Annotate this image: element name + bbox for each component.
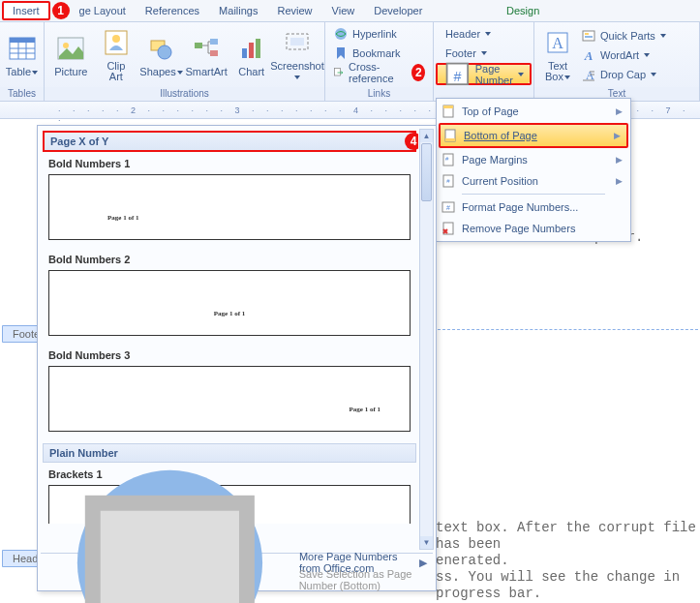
svg-rect-15 bbox=[242, 48, 247, 58]
svg-rect-21 bbox=[335, 68, 341, 75]
svg-rect-31 bbox=[585, 33, 589, 35]
svg-point-9 bbox=[112, 35, 120, 43]
remove-page-numbers-icon bbox=[441, 221, 456, 236]
page-number-menu: Top of Page▶ 3 Bottom of Page▶ #Page Mar… bbox=[436, 98, 631, 242]
gallery-scrollbar[interactable]: ▲ ▼ bbox=[419, 129, 434, 550]
svg-rect-51 bbox=[93, 502, 247, 603]
ribbon: Table Tables Picture Clip Art Shapes Sma… bbox=[0, 22, 700, 102]
screenshot-label: Screenshot bbox=[270, 61, 324, 82]
svg-point-20 bbox=[335, 28, 347, 40]
top-of-page-icon bbox=[441, 104, 456, 119]
chart-button[interactable]: Chart bbox=[228, 26, 274, 84]
current-position-icon: # bbox=[441, 173, 456, 189]
step-4-badge: 4 bbox=[405, 133, 418, 150]
tab-mailings[interactable]: Mailings bbox=[209, 2, 267, 19]
format-page-numbers-icon: # bbox=[441, 199, 456, 215]
gallery-item-bold-2-label: Bold Numbers 2 bbox=[41, 252, 418, 267]
svg-rect-39 bbox=[443, 106, 453, 108]
step-2-badge: 2 bbox=[411, 64, 425, 81]
page-margins-icon: # bbox=[441, 152, 456, 167]
tab-developer[interactable]: Developer bbox=[364, 2, 432, 19]
cross-reference-icon bbox=[333, 65, 345, 80]
menu-current-position[interactable]: #Current Position▶ bbox=[439, 170, 628, 192]
svg-rect-16 bbox=[249, 43, 254, 58]
page-number-icon: # bbox=[443, 60, 472, 88]
hyperlink-button[interactable]: Hyperlink bbox=[329, 24, 401, 43]
menu-page-margins[interactable]: #Page Margins▶ bbox=[439, 149, 628, 170]
hyperlink-icon bbox=[333, 26, 349, 42]
header-button[interactable]: Header bbox=[436, 24, 497, 43]
picture-button[interactable]: Picture bbox=[48, 26, 94, 84]
ribbon-tabs: Insert 1 ge Layout References Mailings R… bbox=[0, 0, 700, 22]
save-selection: Save Selection as Page Number (Bottom) bbox=[41, 571, 433, 588]
smartart-button[interactable]: SmartArt bbox=[184, 26, 229, 84]
tab-view[interactable]: View bbox=[322, 2, 365, 19]
dropcap-button[interactable]: ADrop Cap bbox=[577, 65, 670, 83]
tab-references[interactable]: References bbox=[136, 2, 209, 19]
table-icon bbox=[7, 33, 38, 64]
shapes-icon bbox=[145, 33, 176, 64]
gallery-item-bold-1[interactable]: Page 1 of 1 bbox=[48, 174, 411, 240]
chart-label: Chart bbox=[238, 67, 264, 77]
menu-bottom-of-page[interactable]: Bottom of Page▶ bbox=[441, 125, 626, 146]
dropcap-icon: A bbox=[581, 67, 596, 82]
clipart-icon bbox=[101, 27, 132, 58]
svg-rect-19 bbox=[290, 38, 304, 45]
illustrations-group-label: Illustrations bbox=[45, 87, 324, 101]
picture-label: Picture bbox=[54, 67, 87, 77]
links-group-label: Links bbox=[325, 87, 433, 101]
scrollbar-thumb[interactable] bbox=[421, 143, 432, 201]
svg-text:A: A bbox=[584, 48, 593, 63]
menu-remove-page-numbers[interactable]: Remove Page Numbers bbox=[439, 218, 628, 239]
bottom-of-page-icon bbox=[442, 128, 458, 143]
bookmark-button[interactable]: Bookmark bbox=[329, 44, 405, 62]
gallery-item-bold-2[interactable]: Page 1 of 1 bbox=[48, 270, 411, 336]
gallery-item-bold-3-label: Bold Numbers 3 bbox=[41, 347, 418, 363]
menu-format-page-numbers[interactable]: #Format Page Numbers... bbox=[439, 196, 628, 218]
page-number-button[interactable]: #Page Number bbox=[438, 65, 530, 83]
quickparts-button[interactable]: Quick Parts bbox=[577, 26, 670, 45]
tables-group-label: Tables bbox=[0, 87, 44, 101]
picture-icon bbox=[55, 33, 86, 64]
menu-top-of-page[interactable]: Top of Page▶ bbox=[439, 101, 628, 122]
tab-review[interactable]: Review bbox=[267, 2, 321, 19]
svg-point-7 bbox=[63, 43, 69, 48]
tab-insert[interactable]: Insert bbox=[2, 1, 50, 20]
screenshot-button[interactable]: Screenshot bbox=[274, 26, 320, 84]
smartart-icon bbox=[191, 33, 222, 64]
wordart-icon: A bbox=[581, 47, 596, 63]
svg-rect-1 bbox=[10, 38, 35, 43]
wordart-button[interactable]: AWordArt bbox=[577, 45, 670, 64]
svg-text:#: # bbox=[446, 204, 450, 211]
screenshot-icon bbox=[282, 27, 313, 58]
clipart-button[interactable]: Clip Art bbox=[94, 26, 139, 84]
svg-text:#: # bbox=[453, 69, 461, 84]
tab-page-layout[interactable]: ge Layout bbox=[70, 2, 136, 19]
step-1-badge: 1 bbox=[52, 2, 70, 19]
svg-rect-17 bbox=[256, 39, 260, 58]
bookmark-icon bbox=[333, 45, 349, 61]
textbox-label: Text Box bbox=[545, 61, 570, 82]
svg-rect-12 bbox=[195, 43, 202, 48]
textbox-icon: A bbox=[542, 27, 573, 58]
gallery-item-bold-3[interactable]: Page 1 of 1 bbox=[48, 366, 411, 432]
gallery-item-bold-1-label: Bold Numbers 1 bbox=[41, 156, 418, 171]
svg-rect-32 bbox=[585, 36, 593, 38]
textbox-button[interactable]: A Text Box bbox=[538, 26, 577, 84]
quickparts-icon bbox=[581, 28, 596, 44]
page-number-gallery: Page X of Y 4 Bold Numbers 1 Page 1 of 1… bbox=[37, 125, 437, 591]
shapes-label: Shapes bbox=[139, 67, 182, 77]
svg-rect-14 bbox=[210, 50, 218, 56]
clipart-label: Clip Art bbox=[107, 61, 125, 82]
tab-design[interactable]: Design bbox=[497, 2, 549, 19]
gallery-category-page-x-of-y: Page X of Y bbox=[43, 131, 416, 152]
table-label: Table bbox=[6, 67, 38, 77]
table-button[interactable]: Table bbox=[4, 26, 40, 84]
chart-icon bbox=[236, 33, 267, 64]
svg-point-11 bbox=[158, 45, 171, 59]
shapes-button[interactable]: Shapes bbox=[138, 26, 184, 84]
svg-text:A: A bbox=[552, 35, 563, 51]
smartart-label: SmartArt bbox=[185, 67, 227, 77]
cross-reference-button[interactable]: Cross-reference2 bbox=[329, 63, 429, 81]
svg-rect-41 bbox=[445, 138, 455, 141]
